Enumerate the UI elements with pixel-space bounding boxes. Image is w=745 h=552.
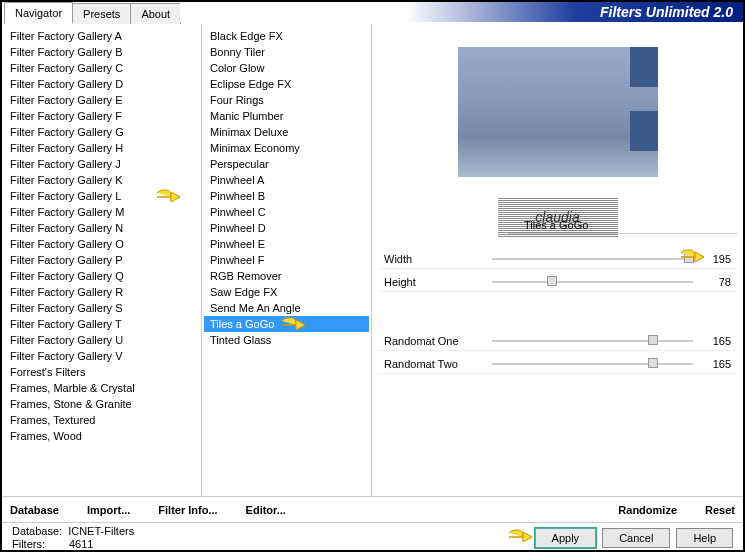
filter-item[interactable]: Pinwheel C (204, 204, 369, 220)
param-label: Randomat One (384, 335, 484, 347)
filter-item[interactable]: Saw Edge FX (204, 284, 369, 300)
filter-item[interactable]: Minimax Economy (204, 140, 369, 156)
filter-item[interactable]: Four Rings (204, 92, 369, 108)
filter-item[interactable]: Eclipse Edge FX (204, 76, 369, 92)
category-item[interactable]: Filter Factory Gallery Q (4, 268, 199, 284)
filter-item[interactable]: Black Edge FX (204, 28, 369, 44)
footer-info: Database:ICNET-Filters Filters:4611 (12, 525, 134, 551)
filter-item[interactable]: Send Me An Angle (204, 300, 369, 316)
category-item[interactable]: Filter Factory Gallery A (4, 28, 199, 44)
filter-item[interactable]: Bonny Tiler (204, 44, 369, 60)
category-item[interactable]: Filter Factory Gallery J (4, 156, 199, 172)
editor-button[interactable]: Editor... (246, 504, 286, 516)
category-item[interactable]: Filter Factory Gallery T (4, 316, 199, 332)
param-value: 78 (701, 276, 731, 288)
filter-info-button[interactable]: Filter Info... (158, 504, 217, 516)
category-item[interactable]: Filter Factory Gallery F (4, 108, 199, 124)
param-value: 165 (701, 335, 731, 347)
pointer-icon (507, 528, 533, 546)
param-slider[interactable] (492, 253, 693, 265)
category-list[interactable]: Filter Factory Gallery AFilter Factory G… (2, 24, 202, 496)
filter-item[interactable]: Pinwheel A (204, 172, 369, 188)
filter-item[interactable]: Pinwheel F (204, 252, 369, 268)
tab-bar: Navigator Presets About (2, 2, 180, 24)
filter-item[interactable]: Manic Plumber (204, 108, 369, 124)
category-item[interactable]: Frames, Textured (4, 412, 199, 428)
filter-item[interactable]: Tinted Glass (204, 332, 369, 348)
param-value: 195 (701, 253, 731, 265)
filter-item[interactable]: Pinwheel E (204, 236, 369, 252)
current-filter-name: Tiles a GoGo (514, 219, 588, 231)
param-slider[interactable] (492, 358, 693, 370)
category-item[interactable]: Filter Factory Gallery E (4, 92, 199, 108)
param-row: Randomat One165 (378, 332, 737, 351)
param-row: Width195 (378, 250, 737, 269)
category-item[interactable]: Filter Factory Gallery O (4, 236, 199, 252)
filter-list[interactable]: Black Edge FXBonny TilerColor GlowEclips… (202, 24, 372, 496)
category-item[interactable]: Filter Factory Gallery D (4, 76, 199, 92)
category-item[interactable]: Filter Factory Gallery C (4, 60, 199, 76)
category-item[interactable]: Frames, Wood (4, 428, 199, 444)
filter-item[interactable]: Pinwheel D (204, 220, 369, 236)
app-title: Filters Unlimited 2.0 (180, 2, 743, 22)
category-item[interactable]: Filter Factory Gallery N (4, 220, 199, 236)
category-item[interactable]: Filter Factory Gallery R (4, 284, 199, 300)
param-slider[interactable] (492, 276, 693, 288)
category-item[interactable]: Filter Factory Gallery S (4, 300, 199, 316)
category-item[interactable]: Filter Factory Gallery L (4, 188, 199, 204)
category-item[interactable]: Frames, Marble & Crystal (4, 380, 199, 396)
param-row: Height78 (378, 273, 737, 292)
category-item[interactable]: Filter Factory Gallery V (4, 348, 199, 364)
category-item[interactable]: Forrest's Filters (4, 364, 199, 380)
help-button[interactable]: Help (676, 528, 733, 548)
param-row: Randomat Two165 (378, 355, 737, 374)
category-item[interactable]: Filter Factory Gallery K (4, 172, 199, 188)
filter-item[interactable]: Minimax Deluxe (204, 124, 369, 140)
cancel-button[interactable]: Cancel (602, 528, 670, 548)
database-button[interactable]: Database (10, 504, 59, 516)
filter-item[interactable]: RGB Remover (204, 268, 369, 284)
category-item[interactable]: Filter Factory Gallery M (4, 204, 199, 220)
param-label: Height (384, 276, 484, 288)
toolbar: Database Import... Filter Info... Editor… (2, 496, 743, 522)
tab-navigator[interactable]: Navigator (4, 2, 73, 24)
param-label: Randomat Two (384, 358, 484, 370)
param-slider[interactable] (492, 335, 693, 347)
category-item[interactable]: Frames, Stone & Granite (4, 396, 199, 412)
import-button[interactable]: Import... (87, 504, 130, 516)
tab-about[interactable]: About (130, 3, 181, 24)
category-item[interactable]: Filter Factory Gallery B (4, 44, 199, 60)
preview-image (458, 47, 658, 177)
param-value: 165 (701, 358, 731, 370)
param-label: Width (384, 253, 484, 265)
filter-item[interactable]: Perspecular (204, 156, 369, 172)
category-item[interactable]: Filter Factory Gallery G (4, 124, 199, 140)
filter-item[interactable]: Color Glow (204, 60, 369, 76)
category-item[interactable]: Filter Factory Gallery P (4, 252, 199, 268)
randomize-button[interactable]: Randomize (618, 504, 677, 516)
filter-item[interactable]: Pinwheel B (204, 188, 369, 204)
category-item[interactable]: Filter Factory Gallery U (4, 332, 199, 348)
tab-presets[interactable]: Presets (72, 3, 131, 24)
category-item[interactable]: Filter Factory Gallery H (4, 140, 199, 156)
reset-button[interactable]: Reset (705, 504, 735, 516)
filter-item[interactable]: Tiles a GoGo (204, 316, 369, 332)
apply-button[interactable]: Apply (535, 528, 597, 548)
